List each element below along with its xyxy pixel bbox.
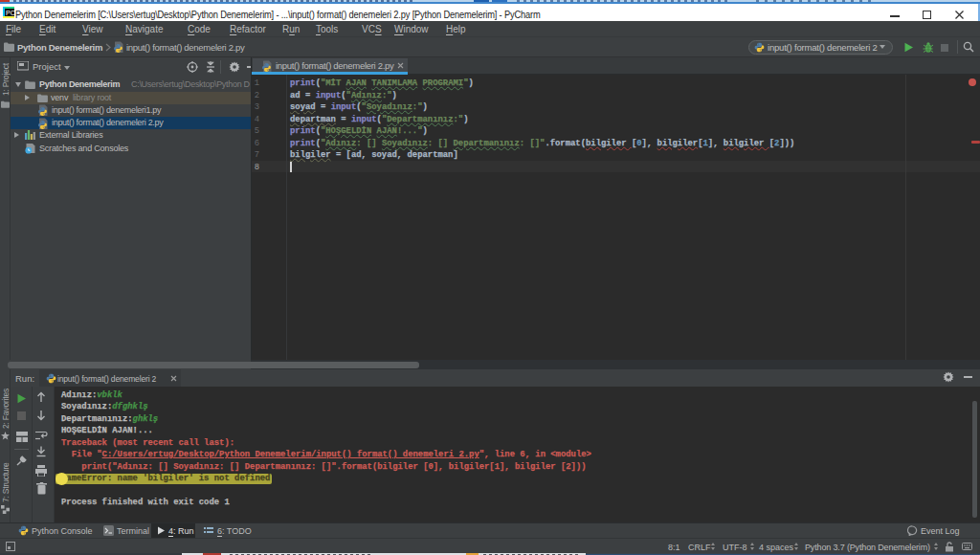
svg-text:PC: PC (6, 10, 14, 16)
